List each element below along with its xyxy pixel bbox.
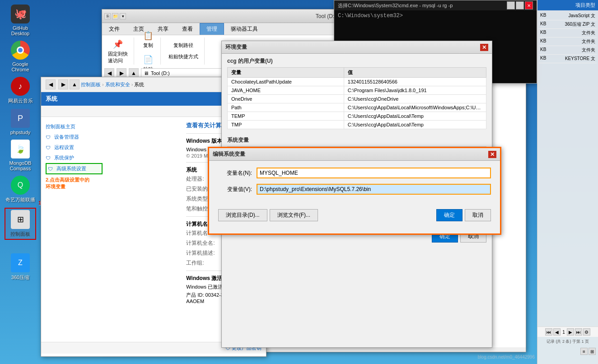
sys-forward-button[interactable]: ▶ [58, 79, 68, 89]
annotation-step2: 2.点击高级设置中的环境变量 [46, 177, 103, 190]
tab-drive-tools[interactable]: 驱动器工具 [224, 23, 265, 35]
right-panel-item-folder3[interactable]: KB 文件夹 [539, 46, 597, 55]
user-var-value-temp: C:\Users\ccg\AppData\Local\Temp [344, 112, 486, 121]
page-last-button[interactable]: ⏭ [575, 328, 582, 336]
ribbon-group-path: 复制路径 粘贴快捷方式 [166, 37, 205, 65]
tab-file[interactable]: 文件 [102, 23, 126, 35]
user-var-name-javahome: JAVA_HOME [228, 86, 344, 95]
control-panel-home-link[interactable]: 控制面板主页 [46, 121, 103, 132]
system-left-sidebar: 控制面板主页 🛡设备管理器 🛡远程设置 🛡系统保护 🛡高级系统设置 2.点击高级… [41, 117, 107, 342]
paste-shortcut-button[interactable]: 粘贴快捷方式 [166, 51, 201, 62]
user-var-value-javahome: C:\Program Files\Java\jdk1.8.0_191 [344, 86, 486, 95]
user-vars-section: ccg 的用户变量(U) 变量 值 ChocolateyLastPathUpda… [222, 54, 492, 133]
cmd-minimize-button[interactable]: ─ [507, 1, 515, 9]
right-panel-item-folder1[interactable]: KB 文件夹 [539, 29, 597, 37]
desktop-icon-phpstudy[interactable]: P phpstudy [5, 109, 36, 135]
edit-sysvar-titlebar: 编辑系统变量 ✕ [209, 148, 500, 161]
tab-manage[interactable]: 管理 [200, 23, 224, 35]
phpstudy-icon: P [11, 109, 30, 128]
env-var-text: 环境变量 [46, 184, 65, 189]
user-var-row-tmp[interactable]: TMP C:\Users\ccg\AppData\Local\Temp [228, 121, 486, 129]
cmd-title: 选择C:\Windows\System32\cmd.exe - mysql -u… [338, 2, 453, 9]
edit-sysvar-close-button[interactable]: ✕ [488, 151, 496, 158]
remote-settings-link[interactable]: 🛡远程设置 [46, 142, 103, 153]
desktop-icon-controlpanel[interactable]: ⊞ 控制面板 [5, 208, 36, 240]
sys-up-button[interactable]: ▲ [70, 79, 79, 89]
settings-button[interactable]: ⚙ [583, 328, 590, 336]
address-text: Tool (D:) [151, 70, 170, 76]
edit-footer-right: 确定 取消 [436, 209, 491, 221]
cmd-close-button[interactable]: ✕ [525, 1, 533, 9]
github-icon: 🐙 [11, 5, 30, 23]
folder-button[interactable]: 📁 [112, 13, 118, 19]
cmd-maximize-button[interactable]: □ [516, 1, 524, 9]
right-panel-item-zip[interactable]: KB 360压缩 ZIP 文 [539, 20, 597, 29]
user-var-value-chocolatey: 132401155128640566 [344, 78, 486, 86]
varvalue-row: 变量值(V): [218, 184, 491, 195]
user-var-row-temp[interactable]: TEMP C:\Users\ccg\AppData\Local\Temp [228, 112, 486, 121]
edit-ok-button[interactable]: 确定 [436, 209, 463, 221]
titlebar-left-buttons: ⎘ 📁 ▾ [104, 13, 126, 19]
view-icons: ≡ ⊞ [580, 348, 596, 355]
pagination-area: ⏮ ◀ 1 ▶ ⏭ ⚙ [537, 327, 598, 337]
varvalue-input[interactable] [257, 184, 491, 195]
user-var-row-javahome[interactable]: JAVA_HOME C:\Program Files\Java\jdk1.8.0… [228, 86, 486, 95]
grid-view-button[interactable]: ⊞ [589, 348, 596, 355]
qiyi-icon: Q [11, 176, 30, 195]
user-var-name-tmp: TMP [228, 121, 344, 129]
breadcrumb-security[interactable]: 系统和安全 [105, 81, 130, 88]
advanced-settings-link[interactable]: 🛡高级系统设置 [46, 163, 103, 174]
desktop-icon-mongodb[interactable]: 🍃 MongoDBCompass [5, 140, 36, 171]
right-panel-size-zip: KB [540, 21, 546, 28]
pin-label: 固定到快速访问 [108, 51, 128, 64]
user-var-name-temp: TEMP [228, 112, 344, 121]
user-var-row-chocolatey[interactable]: ChocolateyLastPathUpdate 132401155128640… [228, 78, 486, 86]
page-number: 1 [561, 330, 566, 335]
quick-access-button[interactable]: ⎘ [104, 13, 111, 19]
cmd-content: C:\Windows\system32> [334, 10, 537, 21]
desktop-icon-zip360[interactable]: Z 360压缩 [5, 253, 36, 281]
desktop-icons: 🐙 GitHub Desktop GoogleChrome ♪ 网易云音乐 P … [5, 5, 36, 281]
qiyi-label: 奇艺万能联播 [5, 196, 35, 203]
down-arrow-button[interactable]: ▾ [120, 13, 126, 19]
copy-path-button[interactable]: 复制路径 [171, 40, 196, 51]
copy-path-label: 复制路径 [173, 42, 193, 49]
page-first-button[interactable]: ⏮ [545, 328, 552, 336]
breadcrumb-controlpanel[interactable]: 控制面板 [81, 81, 101, 88]
browse-file-button[interactable]: 浏览文件(F)... [270, 209, 318, 221]
right-panel-type-zip: 360压缩 ZIP 文 [565, 21, 595, 28]
page-prev-button[interactable]: ◀ [553, 328, 561, 336]
zip360-label: 360压缩 [11, 274, 29, 281]
desktop-icon-controlpanel-wrapper: ⊞ 控制面板 1.找到控制面板 [5, 208, 36, 240]
desktop-icon-netease[interactable]: ♪ 网易云音乐 [5, 77, 36, 104]
edit-cancel-button[interactable]: 取消 [465, 209, 491, 221]
user-var-row-onedrive[interactable]: OneDrive C:\Users\ccg\OneDrive [228, 95, 486, 103]
user-var-value-onedrive: C:\Users\ccg\OneDrive [344, 95, 486, 103]
desktop-icon-github[interactable]: 🐙 GitHub Desktop [5, 5, 36, 36]
list-view-button[interactable]: ≡ [580, 348, 588, 355]
right-panel-item-js[interactable]: KB JavaScript 文 [539, 12, 597, 20]
right-panel-type-keystore: KEYSTORE 文 [565, 56, 595, 62]
right-panel-item-folder2[interactable]: KB 文件夹 [539, 37, 597, 46]
right-panel-size-keystore: KB [540, 56, 546, 62]
shield-icon-remote: 🛡 [46, 145, 51, 150]
copy-button[interactable]: 📋 复制 [140, 27, 157, 51]
cmd-window-controls: ─ □ ✕ [507, 1, 533, 9]
pin-button[interactable]: 📌 固定到快速访问 [106, 36, 130, 66]
page-next-button[interactable]: ▶ [567, 328, 574, 336]
ribbon-group-pin: 📌 固定到快速访问 [106, 37, 134, 65]
system-protect-link[interactable]: 🛡系统保护 [46, 153, 103, 163]
device-manager-link[interactable]: 🛡设备管理器 [46, 132, 103, 142]
sys-back-button[interactable]: ◀ [46, 79, 56, 89]
browse-dir-button[interactable]: 浏览目录(D)... [218, 209, 267, 221]
right-panel-item-keystore[interactable]: KB KEYSTORE 文 [539, 55, 597, 63]
env-vars-close-button[interactable]: ✕ [480, 44, 488, 51]
desktop-icon-chrome[interactable]: GoogleChrome [5, 41, 36, 72]
sep2: › [131, 82, 133, 87]
varvalue-label: 变量值(V): [218, 186, 252, 193]
user-var-row-path[interactable]: Path C:\Users\ccg\AppData\Local\Microsof… [228, 103, 486, 112]
desktop-icon-qiyi[interactable]: Q 奇艺万能联播 [5, 176, 36, 203]
varname-input[interactable] [257, 168, 491, 178]
tab-view[interactable]: 查看 [175, 23, 200, 35]
mongodb-label: MongoDBCompass [9, 160, 32, 171]
